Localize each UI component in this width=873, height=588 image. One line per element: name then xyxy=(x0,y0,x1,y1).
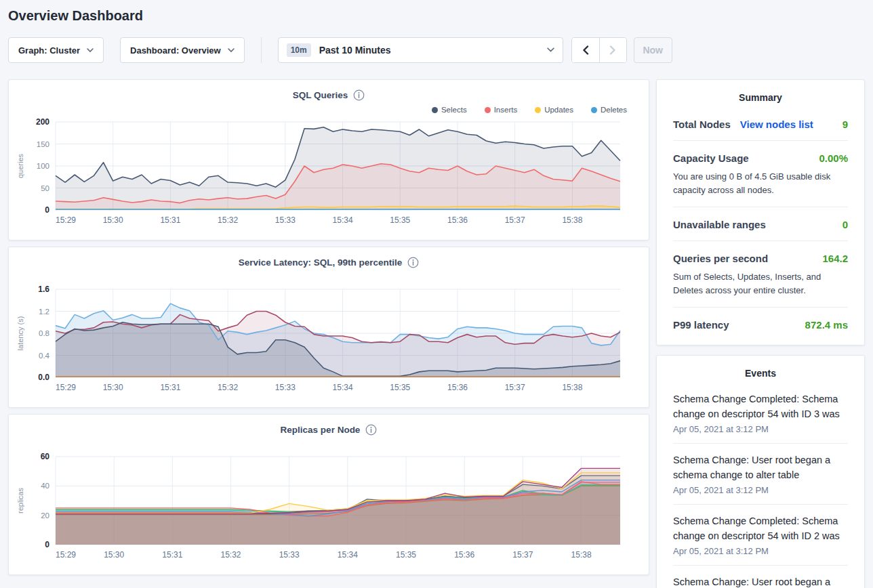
y-tick-label: 150 xyxy=(37,140,49,148)
info-icon[interactable] xyxy=(365,424,377,436)
x-tick-label: 15:34 xyxy=(333,215,353,225)
legend-item-selects: Selects xyxy=(432,106,467,114)
dashboard-dropdown-label: Dashboard: Overview xyxy=(130,45,221,56)
x-tick-label: 15:36 xyxy=(454,550,474,560)
x-tick-label: 15:31 xyxy=(162,550,182,560)
x-tick-label: 15:33 xyxy=(275,215,296,225)
summary-row-p99: P99 latency 872.4 ms xyxy=(673,308,848,341)
x-tick-label: 15:30 xyxy=(103,215,123,225)
y-tick-label: 0 xyxy=(45,540,49,549)
main-content: SQL Queries SelectsInsertsUpdatesDeletes… xyxy=(8,79,865,588)
time-nav-group xyxy=(571,37,627,63)
qps-desc: Sum of Selects, Updates, Inserts, and De… xyxy=(673,270,848,297)
x-tick-label: 15:34 xyxy=(333,383,353,392)
capacity-label: Capacity Usage xyxy=(673,152,749,164)
x-tick-label: 15:29 xyxy=(56,215,76,225)
replicas-per-node-chart[interactable]: 15:2915:3015:3115:3215:3315:3415:3515:36… xyxy=(12,451,645,568)
total-nodes-value: 9 xyxy=(842,119,848,130)
event-message: Schema Change Completed: Schema change o… xyxy=(673,392,848,422)
x-tick-label: 15:31 xyxy=(160,215,180,225)
event-item: Schema Change Completed: Schema change o… xyxy=(673,383,848,444)
charts-column: SQL Queries SelectsInsertsUpdatesDeletes… xyxy=(8,79,649,575)
summary-row-qps: Queries per second 164.2 Sum of Selects,… xyxy=(673,241,848,308)
event-message: Schema Change: User root began a schema … xyxy=(673,574,848,588)
info-icon[interactable] xyxy=(353,89,365,101)
x-tick-label: 15:29 xyxy=(56,383,76,392)
dashboard-dropdown[interactable]: Dashboard: Overview xyxy=(120,37,245,63)
capacity-desc: You are using 0 B of 4.5 GiB usable disk… xyxy=(673,170,848,196)
replicas-per-node-chart-card: Replicas per Node 15:2915:3015:3115:3215… xyxy=(8,414,649,575)
x-tick-label: 15:38 xyxy=(562,215,582,225)
chart-title-row: Service Latency: SQL, 99th percentile xyxy=(9,254,649,270)
summary-card: Summary Total Nodes View nodes list 9 Ca… xyxy=(656,79,865,345)
now-button[interactable]: Now xyxy=(634,37,672,63)
x-tick-label: 15:36 xyxy=(447,383,468,392)
events-title: Events xyxy=(673,368,848,379)
legend-item-inserts: Inserts xyxy=(485,106,518,114)
sql-queries-chart-card: SQL Queries SelectsInsertsUpdatesDeletes… xyxy=(8,79,649,240)
p99-latency-label: P99 latency xyxy=(673,319,729,331)
event-message: Schema Change: User root began a schema … xyxy=(673,453,848,483)
y-axis-label: replicas xyxy=(16,488,24,513)
x-tick-label: 15:33 xyxy=(275,383,296,392)
chart-title-row: SQL Queries xyxy=(9,87,649,103)
graph-dropdown[interactable]: Graph: Cluster xyxy=(8,37,104,63)
legend-label: Deletes xyxy=(601,106,627,114)
summary-row-unavailable: Unavailable ranges 0 xyxy=(673,207,848,241)
chart-title-row: Replicas per Node xyxy=(9,421,649,438)
event-timestamp: Apr 05, 2021 at 3:12 PM xyxy=(673,424,848,434)
view-nodes-list-link[interactable]: View nodes list xyxy=(740,119,813,130)
y-tick-label: 1.2 xyxy=(39,308,49,316)
event-timestamp: Apr 05, 2021 at 3:12 PM xyxy=(673,485,848,495)
chart-legend: SelectsInsertsUpdatesDeletes xyxy=(9,103,649,117)
legend-item-updates: Updates xyxy=(535,106,573,114)
x-tick-label: 15:32 xyxy=(221,550,241,560)
time-prev-button[interactable] xyxy=(572,38,599,62)
chart-title: SQL Queries xyxy=(293,90,348,100)
chevron-left-icon xyxy=(582,45,589,55)
toolbar: Graph: Cluster Dashboard: Overview 10m P… xyxy=(8,37,865,63)
total-nodes-label: Total Nodes xyxy=(673,119,731,130)
event-item: Schema Change: User root began a schema … xyxy=(673,566,848,588)
event-item: Schema Change Completed: Schema change o… xyxy=(673,505,848,566)
time-range-picker[interactable]: 10m Past 10 Minutes xyxy=(278,37,563,63)
y-tick-label: 50 xyxy=(41,184,49,192)
chart-title: Service Latency: SQL, 99th percentile xyxy=(239,257,403,268)
legend-dot xyxy=(591,107,597,113)
x-tick-label: 15:38 xyxy=(562,383,582,392)
p99-latency-value: 872.4 ms xyxy=(805,319,848,331)
x-tick-label: 15:30 xyxy=(104,550,124,560)
summary-title: Summary xyxy=(673,92,848,103)
legend-dot xyxy=(432,107,438,113)
unavailable-ranges-value: 0 xyxy=(842,219,848,230)
toolbar-divider xyxy=(261,37,262,63)
events-card: Events Schema Change Completed: Schema c… xyxy=(656,355,865,588)
sql-queries-chart[interactable]: 15:2915:3015:3115:3215:3315:3415:3515:36… xyxy=(12,117,645,233)
legend-label: Inserts xyxy=(494,106,518,114)
info-icon[interactable] xyxy=(407,257,419,268)
service-latency-chart[interactable]: 15:2915:3015:3115:3215:3315:3415:3515:36… xyxy=(12,284,645,400)
y-axis-label: queries xyxy=(16,153,24,178)
x-tick-label: 15:36 xyxy=(447,215,468,225)
legend-dot xyxy=(485,107,491,113)
x-tick-label: 15:35 xyxy=(390,383,410,392)
event-timestamp: Apr 05, 2021 at 3:12 PM xyxy=(673,546,848,556)
service-latency-chart-card: Service Latency: SQL, 99th percentile 15… xyxy=(8,247,649,408)
y-axis-label: latency (s) xyxy=(16,316,24,351)
chart-title: Replicas per Node xyxy=(281,425,361,435)
qps-label: Queries per second xyxy=(673,253,768,264)
x-tick-label: 15:32 xyxy=(218,383,238,392)
time-next-button[interactable] xyxy=(599,38,626,62)
y-tick-label: 100 xyxy=(37,162,49,170)
graph-dropdown-label: Graph: Cluster xyxy=(18,45,80,56)
legend-item-deletes: Deletes xyxy=(591,106,627,114)
event-message: Schema Change Completed: Schema change o… xyxy=(673,513,848,544)
time-range-value: Past 10 Minutes xyxy=(319,45,539,56)
x-tick-label: 15:34 xyxy=(338,550,358,560)
summary-row-capacity: Capacity Usage 0.00% You are using 0 B o… xyxy=(673,141,848,207)
legend-label: Updates xyxy=(544,106,573,114)
x-tick-label: 15:33 xyxy=(279,550,300,560)
x-tick-label: 15:38 xyxy=(571,550,592,560)
y-tick-label: 0 xyxy=(45,205,49,215)
x-tick-label: 15:30 xyxy=(103,383,123,392)
